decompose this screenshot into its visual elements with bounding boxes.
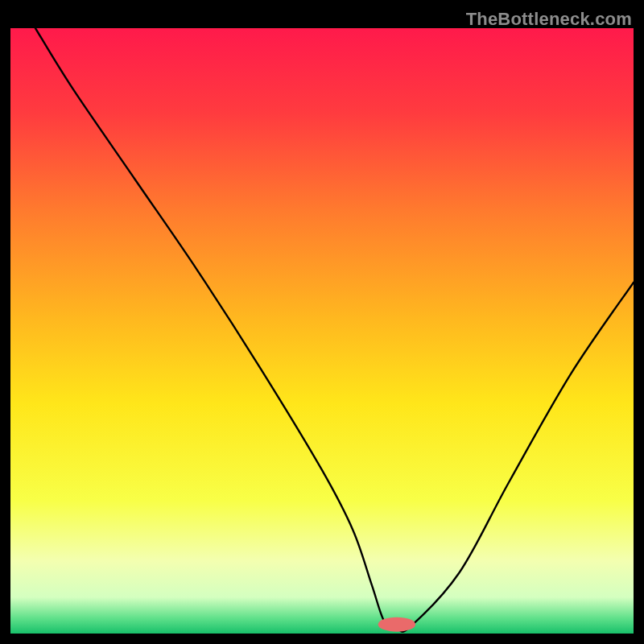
watermark-text: TheBottleneck.com: [466, 9, 632, 30]
optimal-marker: [378, 617, 415, 632]
chart-frame: TheBottleneck.com: [10, 10, 634, 634]
bottleneck-chart: [10, 28, 634, 634]
gradient-background: [10, 28, 634, 634]
